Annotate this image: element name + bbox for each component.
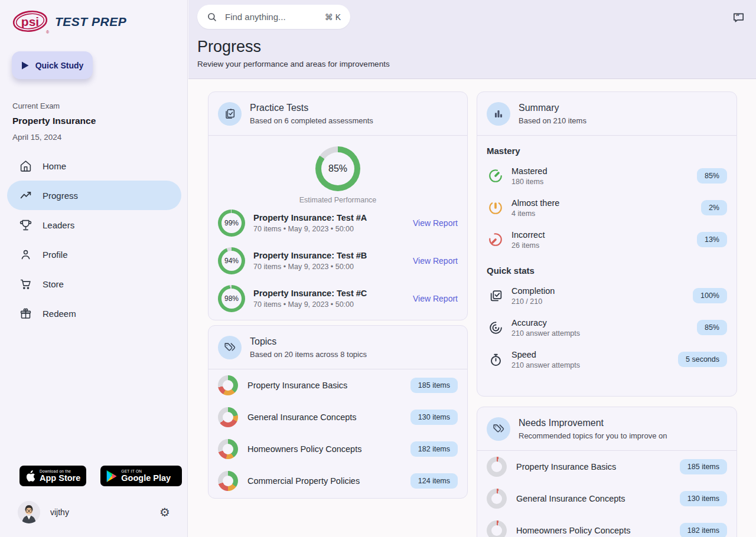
accuracy-target-icon xyxy=(487,320,504,335)
practice-tests-card: Practice Tests Based on 6 completed asse… xyxy=(208,91,468,320)
stat-label: Mastered xyxy=(511,166,547,176)
sidebar-item-leaders[interactable]: Leaders xyxy=(7,210,181,240)
sidebar-item-profile[interactable]: Profile xyxy=(7,240,181,269)
google-play-icon xyxy=(106,470,117,482)
cart-icon xyxy=(19,278,32,290)
sidebar-item-store[interactable]: Store xyxy=(7,269,181,299)
search-shortcut: ⌘ K xyxy=(325,12,341,22)
google-play-badge[interactable]: GET IT ON Google Play xyxy=(100,466,182,486)
feedback-icon[interactable]: “ xyxy=(732,11,745,24)
stat-sub: 210 / 210 xyxy=(511,297,555,306)
speed-stopwatch-icon xyxy=(487,352,504,367)
avatar[interactable] xyxy=(18,501,40,523)
person-icon xyxy=(19,248,32,261)
badge-bottom-text: App Store xyxy=(40,474,80,483)
test-score-ring: 99% xyxy=(218,209,245,237)
needs-improvement-row: Property Insurance Basics 185 items xyxy=(477,451,737,483)
view-report-link[interactable]: View Report xyxy=(413,218,458,228)
stat-label: Completion xyxy=(511,286,555,296)
topic-donut xyxy=(487,489,507,509)
practice-tests-header: Practice Tests Based on 6 completed asse… xyxy=(208,92,467,136)
items-badge: 185 items xyxy=(410,378,458,393)
topic-row: Property Insurance Basics 185 items xyxy=(208,369,467,401)
topic-row: Homeowners Policy Concepts 182 items xyxy=(208,433,467,465)
mastery-row: Mastered 180 items 85% xyxy=(477,160,737,192)
sidebar-item-label: Home xyxy=(43,161,66,171)
performance-donut: 85% xyxy=(315,146,360,191)
settings-gear-icon[interactable]: ⚙ xyxy=(159,506,170,518)
gauge-incorrect-icon xyxy=(487,232,504,247)
quick-stats-heading: Quick stats xyxy=(477,256,737,280)
search-icon xyxy=(207,12,217,22)
items-badge: 182 items xyxy=(410,441,458,457)
mastery-row: Almost there 4 items 2% xyxy=(477,192,737,224)
sidebar-item-label: Profile xyxy=(43,250,68,260)
store-badges: Download on the App Store GET IT ON Goog… xyxy=(19,466,182,486)
topic-row: General Insurance Concepts 130 items xyxy=(208,401,467,433)
quick-stat-row: Accuracy 210 answer attempts 85% xyxy=(477,312,737,343)
app-store-badge[interactable]: Download on the App Store xyxy=(19,466,86,486)
current-exam-date: April 15, 2024 xyxy=(12,133,61,142)
stat-sub: 210 answer attempts xyxy=(511,329,580,338)
badge-top-text: GET IT ON xyxy=(121,469,171,473)
needs-improvement-row: Homeowners Policy Concepts 182 items xyxy=(477,515,737,537)
percent-badge: 13% xyxy=(697,232,727,247)
card-title: Practice Tests xyxy=(250,103,373,113)
user-row: vijthy ⚙ xyxy=(18,501,170,523)
home-icon xyxy=(19,160,32,172)
topic-donut xyxy=(218,375,238,395)
gift-icon xyxy=(19,307,32,320)
sidebar-item-label: Redeem xyxy=(43,309,76,319)
percent-badge: 2% xyxy=(701,200,727,215)
card-title: Topics xyxy=(250,336,367,347)
trending-line-icon xyxy=(19,189,32,202)
test-row: 94% Property Insurance: Test #B 70 items… xyxy=(208,242,467,280)
percent-badge: 85% xyxy=(697,168,727,184)
card-subtitle: Based on 20 items across 8 topics xyxy=(250,350,367,359)
test-meta: 70 items • May 9, 2023 • 50:00 xyxy=(253,225,367,233)
card-subtitle: Based on 210 items xyxy=(519,116,586,125)
test-name: Property Insurance: Test #B xyxy=(253,251,367,260)
badge-top-text: Download on the xyxy=(40,469,80,473)
badge-bottom-text: Google Play xyxy=(121,474,171,483)
summary-header: Summary Based on 210 items xyxy=(477,92,737,136)
current-exam-name: Property Insurance xyxy=(12,116,96,126)
quick-study-button[interactable]: Quick Study xyxy=(12,51,93,79)
top-header: ⌘ K “ Progress Review your performance a… xyxy=(188,0,756,79)
test-row: 99% Property Insurance: Test #A 70 items… xyxy=(208,204,467,242)
topic-name: General Insurance Concepts xyxy=(516,494,625,503)
stat-sub: 210 answer attempts xyxy=(511,361,580,369)
test-meta: 70 items • May 9, 2023 • 50:00 xyxy=(253,300,367,309)
trophy-icon xyxy=(19,219,32,231)
sidebar-item-redeem[interactable]: Redeem xyxy=(7,299,181,328)
view-report-link[interactable]: View Report xyxy=(413,256,458,266)
sidebar-item-label: Leaders xyxy=(43,220,74,230)
stat-sub: 4 items xyxy=(511,209,559,218)
sidebar-nav: Home Progress Leaders Profile Store xyxy=(7,151,181,328)
needs-improvement-row: General Insurance Concepts 130 items xyxy=(477,483,737,515)
bar-chart-icon xyxy=(487,102,510,126)
card-subtitle: Based on 6 completed assessments xyxy=(250,116,373,125)
test-name: Property Insurance: Test #C xyxy=(253,289,367,298)
topic-donut xyxy=(218,471,238,491)
needs-improvement-header: Needs Improvement Recommended topics for… xyxy=(477,407,737,451)
topic-donut xyxy=(487,457,507,477)
search-input[interactable] xyxy=(224,11,303,22)
time-badge: 5 seconds xyxy=(678,352,727,367)
sidebar-item-home[interactable]: Home xyxy=(7,151,181,181)
svg-text:“: “ xyxy=(736,12,740,21)
test-name: Property Insurance: Test #A xyxy=(253,213,367,222)
view-report-link[interactable]: View Report xyxy=(413,294,458,303)
items-badge: 182 items xyxy=(680,523,727,537)
current-exam-label: Current Exam xyxy=(12,101,60,110)
test-row: 98% Property Insurance: Test #C 70 items… xyxy=(208,280,467,317)
search-bar[interactable]: ⌘ K xyxy=(197,5,350,29)
topic-name: Commercial Property Policies xyxy=(247,476,360,486)
gauge-almost-there-icon xyxy=(487,200,504,215)
topic-donut xyxy=(218,407,238,427)
sidebar-item-progress[interactable]: Progress xyxy=(7,181,181,210)
main-scroll-area[interactable]: Practice Tests Based on 6 completed asse… xyxy=(188,79,756,537)
test-score-ring: 98% xyxy=(218,285,245,312)
quick-stat-row: Completion 210 / 210 100% xyxy=(477,280,737,312)
items-badge: 124 items xyxy=(410,473,458,489)
